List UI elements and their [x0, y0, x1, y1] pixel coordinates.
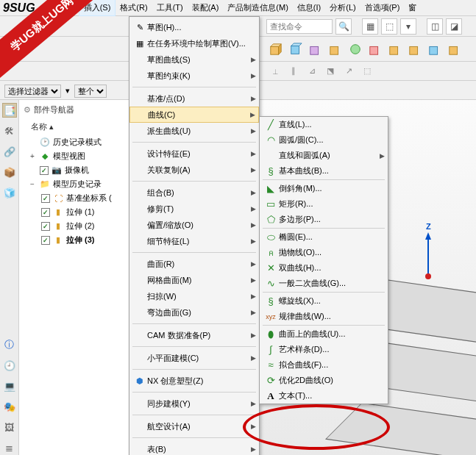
command-search-input[interactable] [266, 19, 333, 34]
sub-art-spline[interactable]: ∫艺术样条(D)... [260, 342, 388, 357]
sub-hyperbola[interactable]: ✕双曲线(H)... [260, 260, 388, 276]
menu-sketch-env[interactable]: ▦在任务环境中绘制草图(V)... [129, 35, 259, 51]
sub-basic-curve[interactable]: §基本曲线(B)... [260, 163, 388, 179]
menu-window[interactable]: 窗 [404, 0, 421, 15]
feature-icon[interactable] [327, 40, 344, 58]
menu-format[interactable]: 格式(R) [116, 0, 152, 15]
resource-bar: 📑 🛠 🔗 📦 🧊 ⓘ 🕘 💻 🎭 🖼 ≣ [0, 100, 19, 455]
menu-flange[interactable]: 弯边曲面(G)▶ [129, 304, 259, 320]
model-slab [325, 403, 476, 455]
menu-sweep[interactable]: 扫掠(W)▶ [129, 288, 259, 304]
toolbar-btn-3[interactable]: ▾ [400, 18, 416, 35]
menu-combine[interactable]: 组合(B)▶ [129, 184, 259, 201]
menu-mesh-surface[interactable]: 网格曲面(M)▶ [129, 272, 259, 288]
feature-icon[interactable] [406, 40, 424, 58]
svg-point-7 [351, 44, 360, 54]
sub-parabola[interactable]: ⩀抛物线(O)... [260, 245, 388, 260]
feature-icon[interactable] [446, 40, 463, 58]
dim-icon[interactable]: ⟂ [267, 63, 283, 79]
render-tab[interactable]: 🖼 [2, 420, 17, 434]
dim-icon[interactable]: ⊿ [304, 63, 320, 79]
web-tab[interactable]: ⓘ [2, 337, 17, 352]
insert-menu-dropdown: ✎草图(H)... ▦在任务环境中绘制草图(V)... 草图曲线(S)▶ 草图约… [129, 16, 260, 455]
sub-ellipse[interactable]: ⬭椭圆(E)... [260, 229, 388, 245]
menu-analysis[interactable]: 分析(L) [325, 0, 360, 15]
svg-rect-10 [410, 46, 418, 54]
sub-line-arc[interactable]: 直线和圆弧(A)▶ [260, 148, 388, 163]
menu-offset[interactable]: 偏置/缩放(O)▶ [129, 217, 259, 233]
sub-text[interactable]: A文本(T)... [260, 388, 388, 404]
feature-icon[interactable] [307, 40, 324, 58]
menu-assoc-copy[interactable]: 关联复制(A)▶ [129, 162, 259, 178]
menu-aero[interactable]: 航空设计(A)▶ [129, 418, 259, 434]
menu-cam[interactable]: CAM 数据准备(P)▶ [129, 327, 259, 343]
sub-optimize-2d[interactable]: ⟳优化2D曲线(O) [260, 373, 388, 388]
toolbar-btn-2[interactable]: ⬚ [381, 18, 397, 35]
sub-law-curve[interactable]: xyz规律曲线(W)... [260, 309, 388, 324]
menu-facet[interactable]: 小平面建模(C)▶ [129, 350, 259, 366]
dim-icon[interactable]: ↗ [341, 63, 357, 79]
svg-rect-11 [430, 46, 438, 54]
menu-table[interactable]: 表(B)▶ [129, 441, 259, 455]
svg-marker-14 [425, 232, 431, 240]
sub-conic[interactable]: ∿一般二次曲线(G)... [260, 276, 388, 291]
selection-filter-select[interactable]: 选择过滤器 [4, 85, 61, 98]
role-tab[interactable]: 🎭 [2, 399, 17, 414]
menu-design-feature[interactable]: 设计特征(E)▶ [129, 146, 259, 162]
menu-datum[interactable]: 基准/点(D)▶ [129, 90, 259, 107]
toolbar-btn-1[interactable]: ▦ [362, 18, 378, 35]
layer-tab[interactable]: ≣ [2, 440, 17, 455]
menu-info[interactable]: 信息(I) [293, 0, 325, 15]
sub-line[interactable]: ╱直线(L)... [260, 117, 388, 132]
assembly-navigator-tab[interactable]: 🛠 [2, 123, 17, 138]
svg-rect-9 [390, 46, 398, 54]
hd3d-tab[interactable]: 🧊 [2, 185, 17, 200]
site-tag: 9SUG [3, 1, 35, 15]
menu-detail[interactable]: 细节特征(L)▶ [129, 233, 259, 249]
svg-rect-3 [291, 46, 299, 54]
menu-sync-model[interactable]: 同步建模(Y)▶ [129, 395, 259, 412]
menu-preferences[interactable]: 首选项(P) [360, 0, 405, 15]
toolbar-cube-1[interactable]: ◫ [427, 18, 443, 35]
svg-rect-12 [450, 46, 458, 54]
feature-icon[interactable] [366, 40, 384, 58]
toolbar-cube-2[interactable]: ◪ [446, 18, 462, 35]
menu-assembly[interactable]: 装配(A) [188, 0, 224, 15]
selection-scope-select[interactable]: 整个 [74, 85, 107, 98]
menu-curve[interactable]: 曲线(C)▶ [129, 107, 259, 123]
sub-curve-on-face[interactable]: ⬮曲面上的曲线(U)... [260, 326, 388, 342]
reuse-tab[interactable]: 📦 [2, 165, 17, 179]
feature-icon[interactable] [347, 40, 364, 58]
sub-arc[interactable]: ◠圆弧/圆(C)... [260, 132, 388, 148]
menu-tools[interactable]: 工具(T) [152, 0, 188, 15]
sub-chamfer[interactable]: ◣倒斜角(M)... [260, 181, 388, 196]
svg-rect-0 [271, 46, 279, 54]
feature-icon[interactable] [386, 40, 404, 58]
sub-helix[interactable]: §螺旋线(X)... [260, 293, 388, 309]
menu-trim[interactable]: 修剪(T)▶ [129, 201, 259, 217]
curve-submenu: ╱直线(L)... ◠圆弧/圆(C)... 直线和圆弧(A)▶ §基本曲线(B)… [259, 116, 388, 404]
dim-icon[interactable]: ⬚ [359, 63, 375, 79]
sub-polygon[interactable]: ⬠多边形(P)... [260, 212, 388, 227]
feature-icon[interactable] [426, 40, 444, 58]
system-tab[interactable]: 💻 [2, 379, 17, 393]
menu-derived-curve[interactable]: 派生曲线(U)▶ [129, 123, 259, 139]
dim-icon[interactable]: ⬔ [322, 63, 338, 79]
history-tab[interactable]: 🕘 [2, 358, 17, 373]
feature-icon[interactable] [287, 40, 305, 58]
menu-sketch[interactable]: ✎草图(H)... [129, 19, 259, 35]
menu-pmi[interactable]: 产品制造信息(M) [223, 0, 293, 15]
menu-sketch-curve[interactable]: 草图曲线(S)▶ [129, 51, 259, 68]
sub-rectangle[interactable]: ▭矩形(R)... [260, 196, 388, 212]
dim-icon[interactable]: ∥ [285, 63, 302, 79]
constraint-tab[interactable]: 🔗 [2, 144, 17, 159]
menu-nx-create[interactable]: ⬢NX 创意塑型(Z) [129, 373, 259, 389]
menu-surface[interactable]: 曲面(R)▶ [129, 256, 259, 272]
svg-rect-5 [310, 46, 319, 54]
feature-icon[interactable] [267, 40, 285, 58]
sub-fit-curve[interactable]: ≈拟合曲线(F)... [260, 357, 388, 373]
svg-rect-8 [370, 46, 378, 54]
search-icon[interactable]: 🔍 [335, 18, 352, 35]
part-navigator-tab[interactable]: 📑 [2, 103, 17, 118]
menu-sketch-constraint[interactable]: 草图约束(K)▶ [129, 68, 259, 84]
